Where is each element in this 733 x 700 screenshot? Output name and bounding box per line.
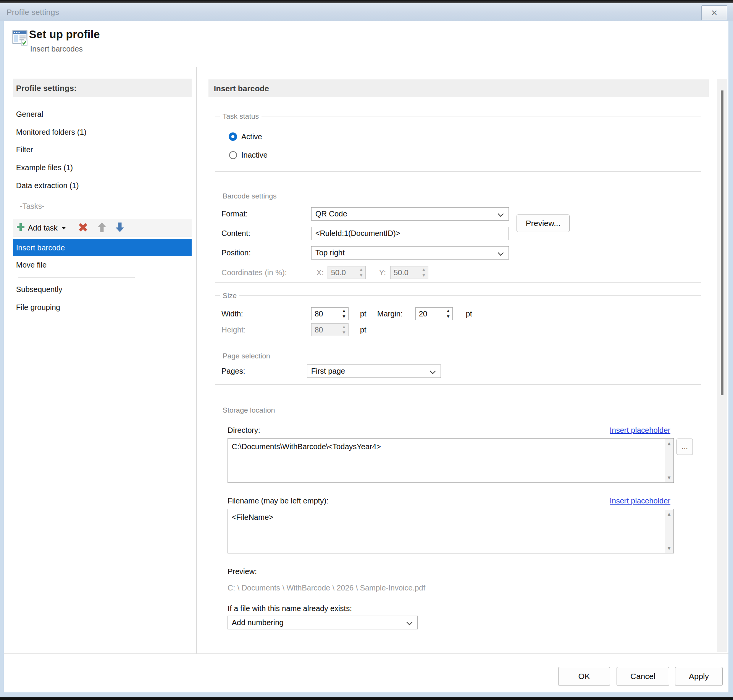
spinner-down-icon: ▼ bbox=[343, 331, 346, 334]
active-radio[interactable] bbox=[229, 132, 237, 141]
apply-button[interactable]: Apply bbox=[675, 667, 723, 686]
task-status-group: Task status bbox=[215, 116, 701, 172]
coordinates-label: Coordinates (in %): bbox=[221, 267, 287, 278]
textarea-scrollbar[interactable]: ▲▼ bbox=[665, 510, 673, 553]
window-bottom-edge bbox=[0, 697, 733, 700]
task-item-move-file[interactable]: Move file bbox=[16, 260, 47, 270]
spinner-up-icon: ▲ bbox=[343, 325, 346, 329]
textarea-scrollbar[interactable]: ▲▼ bbox=[665, 439, 673, 482]
pages-label: Pages: bbox=[221, 366, 245, 376]
margin-label: Margin: bbox=[377, 308, 403, 319]
header-separator bbox=[4, 67, 728, 67]
delete-task-button[interactable] bbox=[78, 223, 88, 234]
file-exists-label: If a file with this name already exists: bbox=[228, 603, 352, 614]
filename-input[interactable]: <FileName> ▲▼ bbox=[228, 509, 674, 553]
position-value: Top right bbox=[315, 248, 345, 257]
cancel-button[interactable]: Cancel bbox=[617, 667, 669, 686]
scrollbar-thumb[interactable] bbox=[721, 90, 723, 395]
setup-profile-icon bbox=[12, 29, 28, 48]
page-selection-legend: Page selection bbox=[220, 351, 273, 361]
delete-x-icon bbox=[78, 223, 88, 234]
preview-button[interactable]: Preview... bbox=[517, 215, 570, 232]
file-exists-select[interactable]: Add numbering bbox=[228, 616, 418, 629]
filename-label: Filename (may be left empty): bbox=[228, 495, 329, 506]
width-spinner[interactable]: 80 ▲▼ bbox=[311, 307, 349, 320]
browse-directory-button[interactable]: ... bbox=[676, 439, 693, 455]
width-label: Width: bbox=[221, 308, 243, 319]
chevron-down-icon bbox=[407, 619, 413, 626]
format-select[interactable]: QR Code bbox=[311, 207, 509, 221]
height-unit: pt bbox=[360, 324, 366, 335]
pages-select[interactable]: First page bbox=[307, 365, 441, 378]
file-exists-value: Add numbering bbox=[232, 618, 284, 627]
spinner-down-icon[interactable]: ▼ bbox=[447, 315, 450, 318]
content-label: Content: bbox=[221, 228, 250, 239]
size-group: Size bbox=[215, 295, 701, 346]
task-list-divider bbox=[18, 277, 135, 277]
position-select[interactable]: Top right bbox=[311, 246, 509, 260]
insert-placeholder-link-filename[interactable]: Insert placeholder bbox=[610, 495, 670, 506]
spinner-arrows: ▲▼ bbox=[357, 266, 365, 279]
format-label: Format: bbox=[221, 208, 248, 219]
format-value: QR Code bbox=[315, 210, 347, 218]
sidebar-item-subsequently[interactable]: Subsequently bbox=[16, 284, 62, 295]
scroll-down-icon[interactable]: ▼ bbox=[665, 476, 673, 480]
x-label: X: bbox=[316, 267, 324, 278]
title-bar[interactable]: Profile settings bbox=[0, 3, 733, 21]
spinner-arrows[interactable]: ▲▼ bbox=[340, 308, 348, 320]
page-title: Set up profile bbox=[29, 28, 100, 41]
spinner-down-icon[interactable]: ▼ bbox=[343, 315, 346, 318]
insert-placeholder-link-directory[interactable]: Insert placeholder bbox=[610, 425, 670, 435]
close-icon: ✕ bbox=[711, 8, 718, 18]
scroll-up-icon[interactable]: ▲ bbox=[665, 512, 673, 516]
add-task-button[interactable]: Add task bbox=[16, 223, 66, 233]
chevron-down-icon bbox=[62, 227, 66, 231]
sidebar-item-filter[interactable]: Filter bbox=[16, 144, 33, 155]
filename-value: <FileName> bbox=[232, 513, 273, 521]
scroll-up-icon[interactable]: ▲ bbox=[665, 441, 673, 445]
move-task-down-button[interactable] bbox=[115, 222, 124, 234]
page-subtitle: Insert barcodes bbox=[30, 45, 83, 53]
y-coordinate-spinner: 50.0 ▲▼ bbox=[390, 266, 428, 279]
sidebar-item-general[interactable]: General bbox=[16, 109, 43, 119]
main-panel-title: Insert barcode bbox=[208, 79, 709, 97]
margin-spinner[interactable]: 20 ▲▼ bbox=[415, 307, 453, 320]
close-button[interactable]: ✕ bbox=[701, 5, 727, 20]
size-legend: Size bbox=[220, 291, 239, 301]
spinner-down-icon: ▼ bbox=[360, 274, 363, 277]
sidebar-item-example-files[interactable]: Example files (1) bbox=[16, 162, 73, 173]
content-input[interactable]: <RuleId:1(DocumentID)> bbox=[311, 227, 509, 240]
active-radio-label[interactable]: Active bbox=[241, 131, 262, 142]
sidebar-item-file-grouping[interactable]: File grouping bbox=[16, 302, 60, 313]
spinner-up-icon: ▲ bbox=[360, 268, 363, 271]
main-scrollbar[interactable] bbox=[717, 79, 727, 652]
pages-value: First page bbox=[311, 367, 345, 376]
footer-separator bbox=[4, 653, 728, 654]
move-task-up-button[interactable] bbox=[97, 222, 107, 234]
x-value: 50.0 bbox=[331, 268, 346, 277]
width-unit: pt bbox=[360, 308, 366, 319]
spinner-up-icon[interactable]: ▲ bbox=[343, 309, 346, 313]
margin-value: 20 bbox=[419, 309, 427, 319]
y-value: 50.0 bbox=[394, 268, 408, 277]
profile-settings-window: Profile settings ✕ Set up profile Insert… bbox=[0, 0, 733, 700]
directory-value: C:\Documents\WithBarcode\<TodaysYear4> bbox=[232, 442, 381, 451]
page-selection-group: Page selection bbox=[215, 356, 701, 385]
inactive-radio-label[interactable]: Inactive bbox=[241, 150, 268, 160]
spinner-down-icon: ▼ bbox=[423, 274, 425, 277]
sidebar-item-monitored-folders[interactable]: Monitored folders (1) bbox=[16, 127, 87, 137]
spinner-up-icon[interactable]: ▲ bbox=[447, 309, 450, 313]
up-arrow-icon bbox=[97, 222, 107, 234]
inactive-radio[interactable] bbox=[229, 151, 237, 159]
barcode-settings-legend: Barcode settings bbox=[220, 191, 279, 201]
tasks-separator-label: -Tasks- bbox=[20, 201, 44, 211]
preview-path: C: \ Documents \ WithBarcode \ 2026 \ Sa… bbox=[228, 582, 425, 593]
spinner-arrows[interactable]: ▲▼ bbox=[444, 308, 452, 320]
ok-button[interactable]: OK bbox=[558, 667, 610, 686]
task-item-insert-barcode[interactable]: Insert barcode bbox=[13, 239, 192, 256]
directory-input[interactable]: C:\Documents\WithBarcode\<TodaysYear4> ▲… bbox=[228, 438, 674, 483]
window-top-edge bbox=[0, 0, 733, 3]
window-title: Profile settings bbox=[6, 8, 59, 17]
scroll-down-icon[interactable]: ▼ bbox=[665, 546, 673, 550]
sidebar-item-data-extraction[interactable]: Data extraction (1) bbox=[16, 180, 79, 191]
